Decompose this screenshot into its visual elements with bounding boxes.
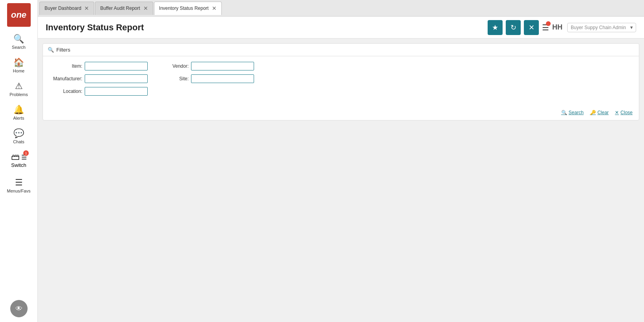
- filter-header: 🔍 Filters: [43, 44, 639, 56]
- sidebar-label-search: Search: [12, 45, 26, 50]
- sidebar-item-chats[interactable]: 💬 Chats: [0, 124, 37, 148]
- item-field: Item:: [51, 62, 148, 70]
- sidebar-item-alerts[interactable]: 🔔 Alerts: [0, 101, 37, 124]
- sidebar-item-menus-favs[interactable]: ☰ Menus/Favs: [0, 174, 37, 197]
- tab-buyer-dashboard-label: Buyer Dashboard: [45, 6, 81, 11]
- sidebar-label-problems: Problems: [9, 92, 28, 97]
- sidebar-label-alerts: Alerts: [13, 116, 24, 120]
- star-icon: ★: [492, 23, 498, 32]
- close-filter-button[interactable]: ✕ Close: [615, 110, 633, 115]
- close-filter-icon: ✕: [615, 110, 619, 115]
- header-bar: Inventory Status Report ★ ↻ ✕ ☰ HH Buyer…: [38, 17, 644, 39]
- refresh-button[interactable]: ↻: [506, 20, 521, 35]
- filter-search-icon: 🔍: [48, 47, 54, 53]
- avatar-icon: 👁: [15, 305, 22, 313]
- location-label: Location:: [51, 89, 82, 94]
- tab-bar: Buyer Dashboard ✕ Buffer Audit Report ✕ …: [38, 0, 644, 17]
- close-page-button[interactable]: ✕: [524, 20, 539, 35]
- menu-badge: [546, 21, 551, 26]
- filter-row-2: Manufacturer: Site:: [51, 74, 631, 83]
- manufacturer-field: Manufacturer:: [51, 74, 148, 83]
- clear-icon: 🔑: [590, 110, 596, 115]
- close-filter-label: Close: [620, 110, 633, 115]
- user-role-select[interactable]: Buyer Suppy Chain Admin: [567, 23, 636, 32]
- sidebar-bottom: 👁: [10, 300, 28, 317]
- filter-panel: 🔍 Filters Item: Vendor:: [43, 43, 639, 120]
- sidebar-item-switch[interactable]: 🗃 ☰ 1 Switch: [0, 148, 37, 172]
- user-avatar-small[interactable]: 👁: [10, 300, 28, 317]
- vendor-input[interactable]: [191, 62, 254, 70]
- filter-actions: 🔍 Search 🔑 Clear ✕ Close: [43, 107, 639, 120]
- vendor-field: Vendor:: [157, 62, 254, 70]
- sidebar-label-menus-favs: Menus/Favs: [7, 189, 31, 193]
- switch-tray-icon: 🗃: [11, 152, 20, 162]
- sidebar-item-home[interactable]: 🏠 Home: [0, 54, 37, 77]
- tab-inventory-status-close[interactable]: ✕: [212, 6, 217, 11]
- app-logo[interactable]: one: [7, 3, 31, 27]
- warning-icon: ⚠: [15, 81, 23, 91]
- vendor-label: Vendor:: [157, 63, 189, 69]
- home-icon: 🏠: [13, 57, 24, 68]
- user-role-dropdown-wrapper: Buyer Suppy Chain Admin: [567, 23, 636, 32]
- tab-buyer-dashboard-close[interactable]: ✕: [84, 6, 89, 11]
- page-title: Inventory Status Report: [46, 22, 144, 33]
- item-label: Item:: [51, 63, 82, 69]
- tab-inventory-status-label: Inventory Status Report: [159, 6, 209, 11]
- bell-icon: 🔔: [13, 105, 24, 115]
- search-button-label: Search: [569, 110, 584, 115]
- site-input[interactable]: [191, 74, 254, 83]
- close-icon: ✕: [529, 23, 535, 32]
- filter-row-3: Location:: [51, 87, 631, 96]
- tab-buffer-audit-report[interactable]: Buffer Audit Report ✕: [95, 2, 153, 15]
- search-action-icon: 🔍: [561, 110, 567, 115]
- chat-icon: 💬: [13, 128, 24, 139]
- site-field: Site:: [157, 74, 254, 83]
- menu-button[interactable]: ☰: [542, 23, 549, 32]
- manufacturer-input[interactable]: [85, 74, 148, 83]
- site-label: Site:: [157, 76, 189, 81]
- filter-body: Item: Vendor: Manufacturer: Site:: [43, 56, 639, 107]
- header-actions: ★ ↻ ✕ ☰ HH Buyer Suppy Chain Admin: [488, 20, 636, 35]
- filter-row-1: Item: Vendor:: [51, 62, 631, 70]
- switch-badge: 1: [23, 150, 29, 156]
- tab-buyer-dashboard[interactable]: Buyer Dashboard ✕: [39, 2, 94, 15]
- tab-buffer-audit-close[interactable]: ✕: [143, 6, 148, 11]
- search-icon: 🔍: [13, 34, 24, 44]
- location-input[interactable]: [85, 87, 148, 96]
- menu-icon: ☰: [15, 178, 23, 188]
- favorite-button[interactable]: ★: [488, 20, 503, 35]
- clear-button-label: Clear: [598, 110, 609, 115]
- sidebar-label-chats: Chats: [13, 139, 24, 144]
- search-button[interactable]: 🔍 Search: [561, 110, 584, 115]
- content-area: 🔍 Filters Item: Vendor:: [38, 39, 644, 322]
- filter-section-label: Filters: [56, 47, 70, 53]
- sidebar-label-switch: Switch: [11, 162, 26, 168]
- sidebar-item-problems[interactable]: ⚠ Problems: [0, 77, 37, 101]
- tab-inventory-status-report[interactable]: Inventory Status Report ✕: [154, 2, 222, 15]
- item-input[interactable]: [85, 62, 148, 70]
- location-field: Location:: [51, 87, 148, 96]
- sidebar-label-home: Home: [13, 68, 24, 73]
- manufacturer-label: Manufacturer:: [51, 76, 82, 81]
- main-area: Buyer Dashboard ✕ Buffer Audit Report ✕ …: [38, 0, 644, 322]
- clear-button[interactable]: 🔑 Clear: [590, 110, 609, 115]
- sidebar: one 🔍 Search 🏠 Home ⚠ Problems 🔔 Alerts …: [0, 0, 38, 322]
- logo-text: one: [11, 10, 26, 20]
- user-initials: HH: [552, 23, 562, 31]
- sidebar-item-search[interactable]: 🔍 Search: [0, 30, 37, 54]
- refresh-icon: ↻: [510, 23, 516, 32]
- tab-buffer-audit-label: Buffer Audit Report: [100, 6, 140, 11]
